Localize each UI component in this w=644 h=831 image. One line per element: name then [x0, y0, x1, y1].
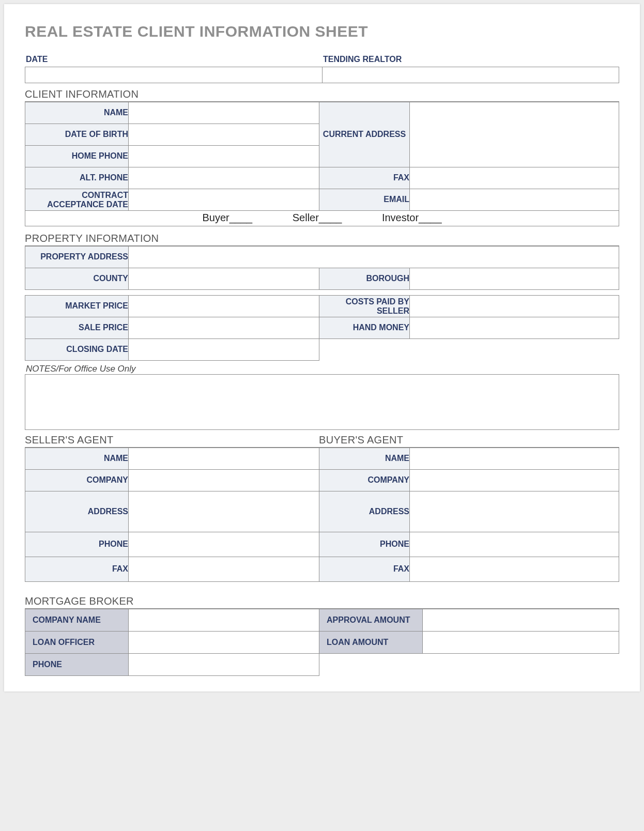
date-input[interactable] — [25, 67, 322, 83]
approval-amount-input[interactable] — [423, 609, 619, 631]
page-title: REAL ESTATE CLIENT INFORMATION SHEET — [25, 23, 619, 40]
form-page: REAL ESTATE CLIENT INFORMATION SHEET DAT… — [4, 4, 640, 691]
top-row: DATE TENDING REALTOR — [25, 55, 619, 83]
hand-money-input[interactable] — [410, 318, 619, 338]
client-fax-input[interactable] — [410, 168, 619, 188]
sa-address-input[interactable] — [129, 491, 319, 530]
home-phone-label: HOME PHONE — [25, 146, 129, 167]
mortgage-phone-label: PHONE — [25, 654, 129, 676]
client-fax-label: FAX — [319, 167, 410, 189]
closing-date-label: CLOSING DATE — [25, 339, 129, 361]
ba-company-input[interactable] — [410, 471, 619, 490]
role-row: Buyer____ Seller____ Investor____ — [25, 211, 619, 226]
sale-price-input[interactable] — [129, 318, 319, 338]
mortgage-table: COMPANY NAME APPROVAL AMOUNT LOAN OFFICE… — [25, 609, 619, 676]
sa-address-label: ADDRESS — [25, 491, 129, 532]
borough-label: BOROUGH — [319, 268, 410, 290]
sa-company-label: COMPANY — [25, 470, 129, 491]
date-label: DATE — [25, 55, 322, 67]
property-address-input[interactable] — [129, 248, 619, 267]
property-table-2: MARKET PRICE COSTS PAID BY SELLER SALE P… — [25, 295, 619, 361]
current-address-label: CURRENT ADDRESS — [319, 102, 410, 167]
client-name-label: NAME — [25, 102, 129, 124]
notes-input[interactable] — [25, 375, 619, 429]
property-address-label: PROPERTY ADDRESS — [25, 247, 129, 268]
sa-name-label: NAME — [25, 448, 129, 470]
role-buyer[interactable]: Buyer____ — [202, 212, 252, 224]
sa-fax-label: FAX — [25, 557, 129, 582]
ba-phone-input[interactable] — [410, 535, 619, 555]
mortgage-phone-input[interactable] — [129, 654, 319, 675]
home-phone-input[interactable] — [129, 147, 319, 166]
sa-phone-input[interactable] — [129, 535, 319, 555]
county-input[interactable] — [129, 269, 319, 289]
loan-officer-input[interactable] — [129, 632, 319, 653]
realtor-label: TENDING REALTOR — [322, 55, 619, 67]
loan-amount-label: LOAN AMOUNT — [319, 632, 423, 654]
dob-label: DATE OF BIRTH — [25, 124, 129, 146]
alt-phone-input[interactable] — [129, 168, 319, 188]
loan-amount-input[interactable] — [423, 632, 619, 653]
client-name-input[interactable] — [129, 103, 319, 123]
ba-name-label: NAME — [319, 448, 410, 470]
costs-by-seller-input[interactable] — [410, 297, 619, 316]
realtor-input[interactable] — [322, 67, 619, 83]
sa-fax-input[interactable] — [129, 560, 319, 579]
approval-amount-label: APPROVAL AMOUNT — [319, 609, 423, 632]
ba-address-label: ADDRESS — [319, 491, 410, 532]
alt-phone-label: ALT. PHONE — [25, 167, 129, 189]
ba-fax-label: FAX — [319, 557, 410, 582]
sa-company-input[interactable] — [129, 471, 319, 490]
agents-table: NAME NAME COMPANY COMPANY ADDRESS ADDRES… — [25, 448, 619, 582]
hand-money-label: HAND MONEY — [319, 317, 410, 339]
closing-date-input[interactable] — [129, 340, 319, 360]
section-client-info: CLIENT INFORMATION — [25, 88, 619, 102]
section-buyers-agent: BUYER'S AGENT — [319, 434, 403, 447]
role-seller[interactable]: Seller____ — [293, 212, 342, 224]
contract-date-label: CONTRACT ACCEPTANCE DATE — [25, 189, 129, 211]
sale-price-label: SALE PRICE — [25, 317, 129, 339]
costs-by-seller-label: COSTS PAID BY SELLER — [319, 296, 410, 317]
ba-phone-label: PHONE — [319, 532, 410, 557]
client-email-label: EMAIL — [319, 189, 410, 211]
ba-name-input[interactable] — [410, 449, 619, 469]
county-label: COUNTY — [25, 268, 129, 290]
ba-fax-input[interactable] — [410, 560, 619, 579]
role-investor[interactable]: Investor____ — [382, 212, 442, 224]
ba-address-input[interactable] — [410, 491, 619, 530]
client-email-input[interactable] — [410, 190, 619, 210]
section-property-info: PROPERTY INFORMATION — [25, 233, 619, 246]
ba-company-label: COMPANY — [319, 470, 410, 491]
market-price-label: MARKET PRICE — [25, 296, 129, 317]
loan-officer-label: LOAN OFFICER — [25, 632, 129, 654]
client-information-table: NAME CURRENT ADDRESS DATE OF BIRTH HOME … — [25, 102, 619, 211]
market-price-input[interactable] — [129, 297, 319, 316]
sa-name-input[interactable] — [129, 449, 319, 469]
notes-box — [25, 374, 619, 430]
sa-phone-label: PHONE — [25, 532, 129, 557]
section-mortgage-broker: MORTGAGE BROKER — [25, 595, 619, 609]
borough-input[interactable] — [410, 269, 619, 289]
current-address-input[interactable] — [410, 121, 619, 146]
contract-date-input[interactable] — [129, 190, 319, 210]
mortgage-company-label: COMPANY NAME — [25, 609, 129, 632]
section-sellers-agent: SELLER'S AGENT — [25, 434, 319, 447]
dob-input[interactable] — [129, 125, 319, 145]
agents-heading-row: SELLER'S AGENT BUYER'S AGENT — [25, 434, 619, 448]
notes-label: NOTES/For Office Use Only — [25, 364, 619, 374]
mortgage-company-input[interactable] — [129, 609, 319, 631]
property-table-1: PROPERTY ADDRESS COUNTY BOROUGH — [25, 246, 619, 290]
